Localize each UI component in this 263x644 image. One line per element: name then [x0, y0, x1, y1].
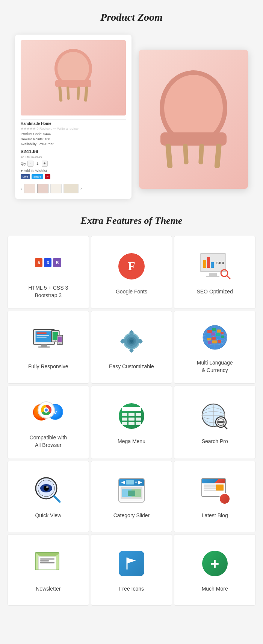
slider-dot-1	[124, 502, 127, 503]
thumb-next-button[interactable]: ›	[80, 186, 82, 191]
svg-rect-12	[183, 144, 189, 165]
extra-features-section: Extra Features of Theme 5 3 B HTML 5 + C…	[0, 208, 263, 621]
svg-rect-56	[212, 337, 216, 340]
svg-rect-55	[207, 338, 211, 340]
pinterest-button[interactable]: P	[45, 174, 50, 179]
thumbnail-3[interactable]	[50, 184, 62, 193]
search-pro-label: Search Pro	[202, 438, 228, 445]
svg-line-70	[224, 426, 227, 429]
svg-rect-53	[216, 333, 220, 336]
svg-rect-4	[84, 87, 88, 102]
svg-rect-19	[37, 335, 49, 336]
mega-menu-label: Mega Menu	[118, 438, 145, 445]
product-code-label: Product Code:	[21, 132, 42, 136]
product-ex-tax: Ex Tax: $199.99	[21, 155, 126, 158]
svg-rect-52	[211, 333, 215, 336]
feature-latest-blog: Latest Blog	[174, 461, 255, 532]
feature-quick-view: Quick View	[8, 461, 89, 532]
product-code-value: 5444	[43, 132, 51, 136]
thumb-prev-button[interactable]: ‹	[21, 186, 22, 191]
svg-rect-6	[77, 87, 80, 100]
slider-prev-icon: ◀	[121, 480, 125, 485]
thumbnail-row: ‹ ›	[21, 184, 126, 193]
customizable-label: Easy Customizable	[109, 363, 154, 371]
google-f-circle: F	[118, 253, 145, 279]
features-grid: 5 3 B HTML 5 + CSS 3Bootstrap 3 F Google…	[8, 236, 255, 606]
latest-blog-label: Latest Blog	[202, 512, 228, 519]
svg-rect-57	[216, 337, 220, 339]
seo-label: SEO Optimized	[196, 288, 233, 296]
svg-rect-49	[212, 328, 216, 331]
feature-multi-language: Multi Language& Currency	[174, 311, 255, 384]
feature-free-icons: Free Icons	[91, 534, 172, 606]
product-image	[21, 40, 126, 115]
zoom-card-main: Handmade Home ★★★★★ 0 Reviews ✏ Write a …	[15, 35, 132, 199]
svg-rect-10	[165, 143, 173, 168]
product-zoom-section: Product Zoom	[0, 0, 263, 208]
avail-label: Availability:	[21, 142, 38, 146]
social-row: Like Share P	[21, 174, 126, 179]
qty-value: 1	[35, 161, 40, 166]
feature-search-pro: Search Pro	[174, 386, 255, 459]
svg-point-75	[46, 486, 48, 488]
feature-responsive: Fully Responsive	[8, 311, 89, 384]
slider-next-icon: ▶	[138, 480, 142, 485]
bootstrap-badge: B	[53, 258, 61, 267]
svg-rect-61	[218, 340, 221, 343]
zoomed-image	[139, 50, 248, 189]
thumbnail-4[interactable]	[63, 184, 79, 193]
svg-point-28	[59, 343, 60, 344]
html-css-bs-icon: 5 3 B	[33, 248, 63, 278]
quick-view-label: Quick View	[35, 512, 61, 519]
wishlist-button[interactable]: ♥ Add To Wishlist	[21, 169, 126, 173]
shop-name: Handmade Home	[21, 122, 126, 126]
svg-rect-48	[207, 330, 212, 333]
thumbnail-2[interactable]	[37, 184, 48, 193]
svg-line-77	[54, 496, 59, 501]
svg-rect-27	[58, 337, 62, 342]
svg-rect-60	[212, 340, 217, 343]
reward-value: 100	[45, 137, 50, 141]
feature-html-css-bootstrap: 5 3 B HTML 5 + CSS 3Bootstrap 3	[8, 236, 89, 309]
much-more-icon: +	[200, 548, 230, 579]
svg-rect-5	[67, 87, 70, 100]
svg-rect-18	[37, 332, 47, 334]
svg-rect-3	[58, 87, 62, 102]
mega-menu-icon	[116, 401, 147, 431]
zoom-demo-container: Handmade Home ★★★★★ 0 Reviews ✏ Write a …	[15, 35, 248, 193]
css3-badge: 3	[44, 258, 51, 267]
svg-point-25	[55, 340, 56, 342]
feature-mega-menu: Mega Menu	[91, 386, 172, 459]
newsletter-label: Newsletter	[36, 585, 60, 593]
multi-language-label: Multi Language& Currency	[197, 359, 233, 374]
svg-rect-50	[217, 330, 221, 333]
svg-rect-11	[214, 143, 222, 168]
svg-rect-20	[37, 337, 47, 338]
responsive-label: Fully Responsive	[28, 363, 68, 371]
thumbnail-1[interactable]	[24, 184, 35, 193]
svg-point-8	[164, 75, 223, 141]
quick-view-icon	[33, 475, 63, 505]
svg-point-41	[130, 340, 133, 343]
product-price: $241.99	[21, 149, 126, 154]
google-fonts-label: Google Fonts	[116, 288, 147, 296]
svg-rect-54	[221, 332, 224, 334]
slider-dot-4	[136, 502, 139, 503]
qty-decrease-button[interactable]: -	[27, 161, 33, 167]
seo-icon: seo	[200, 251, 230, 281]
browsers-label: Compatible withAll Browser	[30, 434, 67, 449]
browsers-icon: e	[33, 397, 63, 427]
svg-line-15	[227, 276, 230, 279]
plus-circle: +	[202, 551, 228, 576]
svg-rect-21	[41, 344, 47, 347]
category-slider-icon: ◀ ▶	[116, 475, 147, 505]
twitter-button[interactable]: Share	[32, 174, 43, 179]
svg-rect-2	[55, 80, 91, 87]
qty-increase-button[interactable]: +	[42, 161, 48, 167]
qty-label: Qty	[21, 162, 26, 166]
zoom-card-zoomed	[139, 50, 248, 189]
product-zoom-title: Product Zoom	[8, 11, 255, 23]
free-icons-label: Free Icons	[119, 585, 144, 593]
newsletter-icon	[33, 548, 63, 579]
facebook-button[interactable]: Like	[21, 174, 30, 179]
